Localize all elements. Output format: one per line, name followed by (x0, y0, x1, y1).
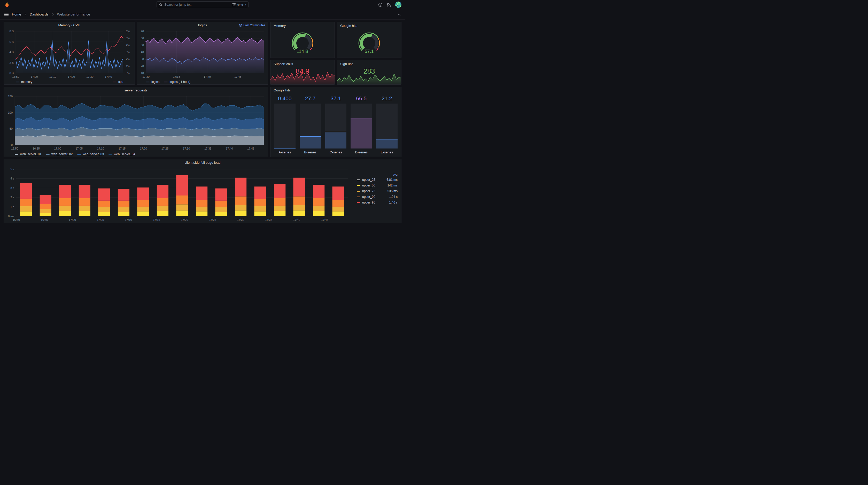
user-avatar[interactable] (395, 2, 401, 8)
bar-gauge-B-series[interactable]: 27.7B-series (300, 95, 321, 154)
y-axis-label: 20 (137, 64, 144, 68)
x-axis-label: 17:05 (75, 147, 83, 150)
bar-gauge-track (300, 103, 321, 149)
y-axis-label: 8 B (4, 29, 14, 33)
bar-gauge-fill (350, 119, 372, 149)
panel-title[interactable]: Google hits (337, 22, 401, 28)
dashboard-row-1: Memory / CPU 8 B6 B4 B2 B0 B6%5%4%3%2%1%… (4, 22, 401, 85)
legend-item-web_server_04[interactable]: web_server_04 (108, 152, 135, 156)
legend-item-web_server_03[interactable]: web_server_03 (77, 152, 104, 156)
help-circle-icon (378, 3, 382, 7)
bar-gauge-value: 37.1 (331, 95, 341, 101)
y-axis-label: 3 s (4, 186, 14, 190)
x-axis-label: 17:30 (142, 75, 150, 78)
y-axis-label: 1 s (4, 205, 14, 209)
x-axis-label: 17:30 (237, 218, 244, 222)
bar-gauge-D-series[interactable]: 66.5D-series (350, 95, 372, 154)
help-button[interactable] (378, 3, 382, 7)
legend-item-memory[interactable]: memory (16, 80, 32, 84)
panel-title[interactable]: Sign ups (337, 60, 401, 66)
x-axis-label: 17:40 (105, 75, 112, 78)
x-axis-label: 17:25 (161, 147, 169, 150)
y-axis-label: 0% (126, 71, 130, 75)
x-axis-label: 17:40 (204, 75, 211, 78)
stat-grid: Memory 114 B Google hits 57.1 Support ca… (270, 22, 401, 85)
server-requests-chart[interactable]: 15010050016:5016:5517:0017:0517:1017:151… (4, 94, 268, 157)
bar-gauge-A-series[interactable]: 0.400A-series (274, 95, 296, 154)
bar-gauge-value: 0.400 (278, 95, 292, 101)
news-feed-button[interactable] (387, 3, 391, 7)
x-axis-label: 17:45 (247, 147, 254, 150)
x-axis-label: 17:35 (173, 75, 180, 78)
panel-title[interactable]: Memory (271, 22, 335, 28)
x-axis-label: 17:40 (226, 147, 233, 150)
bar-gauge-label: E-series (381, 150, 393, 154)
panel-sign-ups: Sign ups 283 (337, 60, 401, 85)
legend-item-cpu[interactable]: cpu (113, 80, 123, 84)
time-range-label: Last 20 minutes (243, 24, 265, 27)
x-axis-label: 17:20 (181, 218, 188, 222)
x-axis-label: 16:50 (12, 75, 20, 78)
breadcrumb-home[interactable]: Home (12, 12, 21, 16)
legend-row-upper_90[interactable]: upper_901.04 s (357, 195, 398, 199)
panel-title[interactable]: Support calls (271, 60, 335, 66)
y-axis-label: 4% (126, 43, 130, 47)
bar-gauge-value: 66.5 (356, 95, 367, 101)
legend-avg-header[interactable]: avg (357, 173, 398, 176)
panel-time-range[interactable]: Last 20 minutes (239, 24, 265, 27)
breadcrumb-separator-icon (24, 13, 27, 16)
search-input[interactable] (164, 3, 230, 6)
legend-item-web_server_01[interactable]: web_server_01 (15, 152, 41, 156)
collapse-controls-button[interactable] (397, 13, 401, 15)
legend-item-logins[interactable]: logins (146, 80, 159, 84)
y-axis-label: 0 B (4, 71, 14, 75)
breadcrumb-separator-icon (52, 13, 54, 16)
panel-title[interactable]: Memory / CPU (4, 22, 134, 29)
grafana-logo[interactable] (4, 1, 10, 8)
x-axis-label: 17:10 (97, 147, 104, 150)
bar-gauge-fill (325, 132, 347, 149)
x-axis-label: 17:00 (54, 147, 61, 150)
legend-item-logins (-1 hour)[interactable]: logins (-1 hour) (164, 80, 190, 84)
legend-row-upper_75[interactable]: upper_75535 ms (357, 189, 398, 193)
legend-item-web_server_02[interactable]: web_server_02 (46, 152, 72, 156)
breadcrumb-dashboards[interactable]: Dashboards (30, 12, 49, 16)
x-axis-label: 17:30 (86, 75, 94, 78)
logins-chart[interactable]: 7060504030201017:3017:3517:4017:45logins… (137, 29, 268, 85)
rss-icon (387, 3, 391, 7)
menu-toggle-button[interactable] (4, 13, 9, 16)
bar-gauge-fill (376, 139, 398, 149)
y-axis-label: 3% (126, 51, 130, 54)
x-axis-label: 17:35 (265, 218, 272, 222)
legend-row-upper_25[interactable]: upper_256.81 ms (357, 178, 398, 182)
x-axis-label: 17:10 (125, 218, 132, 222)
bar-gauge-E-series[interactable]: 21.2E-series (376, 95, 398, 154)
y-axis-label: 0 (4, 143, 13, 147)
hamburger-icon (4, 13, 9, 16)
legend-row-upper_50[interactable]: upper_50142 ms (357, 184, 398, 187)
panel-google-hits-bars: Google hits 0.400A-series27.7B-series37.… (270, 87, 401, 157)
x-axis-label: 17:45 (321, 218, 328, 222)
y-axis-label: 5% (126, 36, 130, 40)
x-axis-label: 17:05 (97, 218, 104, 222)
bar-gauge-value: 27.7 (305, 95, 316, 101)
page-load-chart[interactable]: 5 s4 s3 s2 s1 s0 ms16:5016:5517:0017:051… (4, 166, 401, 223)
grafana-flame-icon (4, 1, 10, 8)
sign-ups-value: 283 (337, 67, 401, 75)
y-axis-label: 6 B (4, 40, 14, 44)
gauge-svg: 114 B (271, 28, 335, 58)
legend-row-upper_95[interactable]: upper_951.46 s (357, 201, 398, 204)
panel-title[interactable]: Google hits (271, 87, 401, 94)
y-axis-label: 2% (126, 57, 130, 61)
search-box[interactable]: cmd+k (157, 1, 249, 8)
panel-title[interactable]: client side full page load (4, 159, 401, 166)
memory-cpu-chart[interactable]: 8 B6 B4 B2 B0 B6%5%4%3%2%1%0%16:5017:001… (4, 29, 134, 85)
google-hits-gauge: 57.1 (337, 28, 401, 58)
panel-page-load: client side full page load 5 s4 s3 s2 s1… (4, 159, 401, 223)
x-axis-label: 17:40 (293, 218, 301, 222)
y-axis-label: 6% (126, 29, 130, 33)
x-axis-label: 16:55 (41, 218, 48, 222)
panel-title[interactable]: server requests (4, 87, 268, 94)
panel-server-requests: server requests 15010050016:5016:5517:00… (4, 87, 268, 157)
bar-gauge-C-series[interactable]: 37.1C-series (325, 95, 347, 154)
